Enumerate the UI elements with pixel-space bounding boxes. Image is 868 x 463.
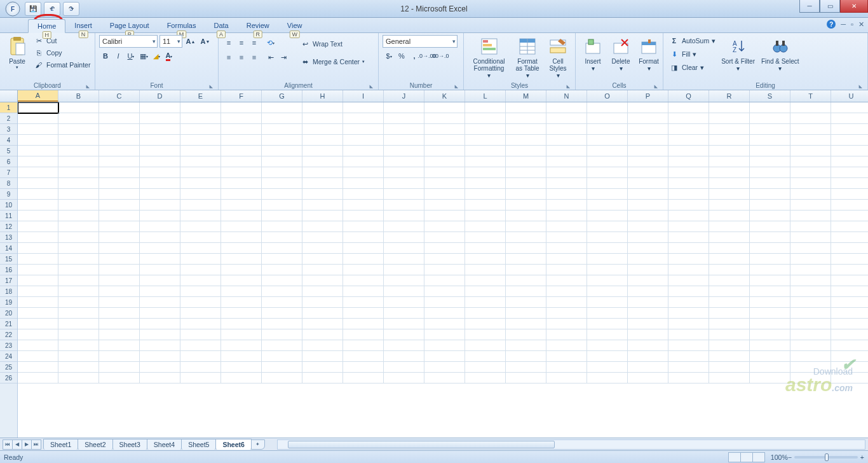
cell[interactable] — [424, 308, 465, 319]
cell[interactable] — [506, 113, 546, 124]
cell[interactable] — [180, 189, 221, 200]
cell[interactable] — [831, 124, 868, 135]
cell[interactable] — [750, 221, 790, 232]
cell[interactable] — [140, 362, 180, 373]
cell[interactable] — [343, 146, 384, 156]
cell[interactable] — [506, 362, 546, 373]
cell[interactable] — [709, 319, 750, 329]
cell[interactable] — [790, 286, 831, 297]
column-header[interactable]: S — [750, 90, 790, 102]
cell[interactable] — [140, 319, 180, 329]
cell[interactable] — [668, 211, 709, 221]
cell[interactable] — [831, 135, 868, 146]
cell[interactable] — [180, 102, 221, 113]
cell[interactable] — [99, 243, 140, 254]
cell[interactable] — [506, 373, 546, 384]
cell[interactable] — [58, 135, 99, 146]
cell[interactable] — [750, 297, 790, 308]
cell[interactable] — [831, 189, 868, 200]
cell[interactable] — [546, 275, 587, 286]
cell[interactable] — [546, 254, 587, 265]
cell[interactable] — [99, 308, 140, 319]
cell[interactable] — [668, 329, 709, 340]
cell[interactable] — [790, 113, 831, 124]
cell[interactable] — [343, 297, 384, 308]
cell[interactable] — [831, 373, 868, 384]
row-header[interactable]: 25 — [0, 362, 17, 373]
cell[interactable] — [709, 329, 750, 340]
cell[interactable] — [384, 297, 424, 308]
italic-button[interactable]: I — [112, 50, 125, 62]
cell[interactable] — [180, 286, 221, 297]
cell[interactable] — [58, 297, 99, 308]
cell[interactable] — [790, 362, 831, 373]
cell[interactable] — [180, 254, 221, 265]
cell[interactable] — [221, 113, 262, 124]
border-button[interactable]: ▦▾ — [137, 50, 150, 62]
cell[interactable] — [262, 373, 302, 384]
cell[interactable] — [587, 275, 628, 286]
cell[interactable] — [424, 275, 465, 286]
cell[interactable] — [831, 254, 868, 265]
align-middle-button[interactable]: ≡ — [235, 36, 248, 49]
cell[interactable] — [18, 232, 58, 243]
cell[interactable] — [587, 254, 628, 265]
cell[interactable] — [709, 178, 750, 189]
cell[interactable] — [506, 243, 546, 254]
cell[interactable] — [58, 167, 99, 178]
cell[interactable] — [99, 319, 140, 329]
cell[interactable] — [343, 286, 384, 297]
cell[interactable] — [831, 308, 868, 319]
cell[interactable] — [628, 221, 668, 232]
row-header[interactable]: 19 — [0, 297, 17, 308]
cell[interactable] — [506, 167, 546, 178]
cell[interactable] — [302, 243, 343, 254]
cell[interactable] — [465, 373, 506, 384]
cell[interactable] — [221, 243, 262, 254]
cell[interactable] — [302, 156, 343, 167]
cell[interactable] — [790, 243, 831, 254]
cell[interactable] — [465, 232, 506, 243]
cell[interactable] — [18, 297, 58, 308]
cell[interactable] — [668, 297, 709, 308]
zoom-in-button[interactable]: + — [860, 453, 864, 461]
cell[interactable] — [546, 102, 587, 113]
cell[interactable] — [668, 254, 709, 265]
cell[interactable] — [58, 243, 99, 254]
column-header[interactable]: R — [709, 90, 750, 102]
cell[interactable] — [424, 351, 465, 362]
cell[interactable] — [831, 232, 868, 243]
cell[interactable] — [709, 286, 750, 297]
cell[interactable] — [465, 221, 506, 232]
cell[interactable] — [99, 146, 140, 156]
cell[interactable] — [546, 135, 587, 146]
cell[interactable] — [302, 351, 343, 362]
cell[interactable] — [668, 146, 709, 156]
cell[interactable] — [709, 124, 750, 135]
cell[interactable] — [343, 362, 384, 373]
cell[interactable] — [668, 113, 709, 124]
cell[interactable] — [18, 319, 58, 329]
cell[interactable] — [18, 286, 58, 297]
cell[interactable] — [628, 232, 668, 243]
cell[interactable] — [99, 340, 140, 351]
cell[interactable] — [180, 146, 221, 156]
cell[interactable] — [18, 167, 58, 178]
cell[interactable] — [302, 167, 343, 178]
cell[interactable] — [384, 265, 424, 275]
row-header[interactable]: 10 — [0, 200, 17, 211]
cell[interactable] — [506, 308, 546, 319]
cell[interactable] — [140, 135, 180, 146]
cell[interactable] — [506, 319, 546, 329]
cell[interactable] — [262, 232, 302, 243]
cell[interactable] — [750, 308, 790, 319]
sheet-tab[interactable]: Sheet2 — [78, 439, 112, 450]
cell[interactable] — [180, 211, 221, 221]
cell[interactable] — [506, 221, 546, 232]
tab-insert[interactable]: InsertN — [65, 19, 101, 32]
copy-button[interactable]: ⎘Copy — [32, 47, 92, 59]
cell[interactable] — [140, 340, 180, 351]
cell[interactable] — [506, 102, 546, 113]
column-header[interactable]: F — [221, 90, 262, 102]
cell[interactable] — [465, 286, 506, 297]
